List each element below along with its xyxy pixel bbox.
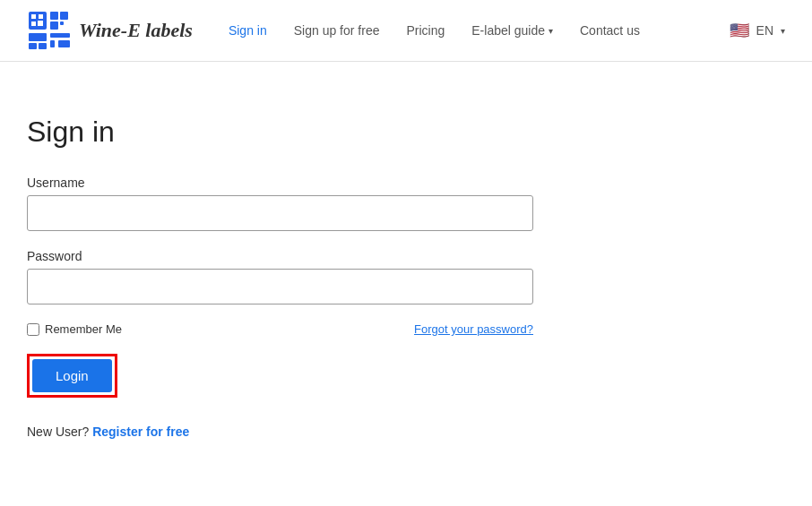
nav-signup[interactable]: Sign up for free <box>294 23 380 38</box>
svg-rect-13 <box>50 40 55 47</box>
nav-contact[interactable]: Contact us <box>580 23 640 38</box>
login-button[interactable]: Login <box>32 359 112 392</box>
navbar-right: 🇺🇸 EN ▾ <box>730 21 785 40</box>
svg-rect-9 <box>29 33 47 41</box>
flag-icon: 🇺🇸 <box>730 21 749 40</box>
remember-me-group: Remember Me <box>27 322 122 336</box>
page-title: Sign in <box>27 116 529 149</box>
username-group: Username <box>27 176 529 231</box>
brand-logo-icon <box>27 10 73 51</box>
brand-logo-link[interactable]: Wine-E labels <box>27 10 193 51</box>
navbar-links: Sign in Sign up for free Pricing E-label… <box>229 23 730 38</box>
svg-rect-4 <box>38 21 43 26</box>
password-group: Password <box>27 249 529 304</box>
svg-rect-14 <box>58 40 70 47</box>
new-user-row: New User? Register for free <box>27 425 529 439</box>
password-label: Password <box>27 249 529 263</box>
svg-rect-12 <box>50 33 70 38</box>
svg-rect-7 <box>50 21 58 30</box>
username-input[interactable] <box>27 195 533 231</box>
svg-rect-1 <box>31 14 36 19</box>
svg-rect-2 <box>39 14 43 19</box>
svg-rect-5 <box>50 12 58 20</box>
navbar: Wine-E labels Sign in Sign up for free P… <box>0 0 812 62</box>
forgot-password-link[interactable]: Forgot your password? <box>414 322 533 336</box>
username-label: Username <box>27 176 529 190</box>
new-user-text: New User? <box>27 425 89 439</box>
svg-rect-6 <box>60 12 68 20</box>
svg-rect-10 <box>29 43 37 49</box>
remember-me-label: Remember Me <box>45 322 122 336</box>
nav-signin[interactable]: Sign in <box>229 23 267 38</box>
login-button-wrapper: Login <box>27 354 117 398</box>
main-content: Sign in Username Password Remember Me Fo… <box>0 62 556 475</box>
nav-elabel-guide[interactable]: E-label guide ▾ <box>471 23 553 38</box>
nav-pricing[interactable]: Pricing <box>406 23 445 38</box>
svg-rect-3 <box>31 21 36 26</box>
register-link[interactable]: Register for free <box>92 425 189 439</box>
brand-name: Wine-E labels <box>79 19 193 42</box>
lang-label: EN <box>756 23 773 38</box>
svg-rect-8 <box>60 21 64 25</box>
checkbox-row: Remember Me Forgot your password? <box>27 322 533 336</box>
lang-chevron-icon[interactable]: ▾ <box>781 26 785 36</box>
password-input[interactable] <box>27 269 533 304</box>
svg-rect-11 <box>39 43 47 49</box>
remember-me-checkbox[interactable] <box>27 323 39 336</box>
chevron-down-icon: ▾ <box>549 26 553 36</box>
